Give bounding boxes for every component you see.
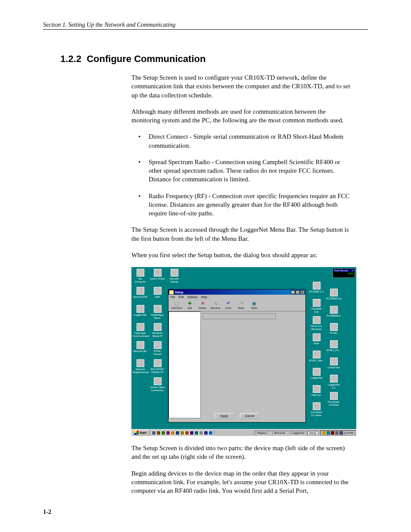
desktop-icon[interactable]: PC208W3.1a: [326, 289, 341, 300]
setup-titlebar[interactable]: Setup _ □ ✕: [168, 289, 305, 295]
desktop-icon[interactable]: RTMC Faucet: [150, 341, 165, 355]
quick-launch-icon[interactable]: [180, 431, 184, 435]
taskbar-task[interactable]: Setup: [307, 431, 318, 435]
toolbar-button[interactable]: ✕Delete: [196, 300, 209, 309]
desktop-icon[interactable]: Windows Media Pl: [150, 323, 165, 337]
section-title: Configure Communication: [87, 53, 206, 64]
toolbar-button[interactable]: ↷Redo: [235, 300, 248, 309]
desktop-icon[interactable]: RTMC_Flu...: [326, 340, 341, 352]
clock-time: 00:00: [333, 272, 354, 275]
desktop-icon[interactable]: Recycle Bin: [133, 341, 148, 353]
menu-help[interactable]: Help: [201, 296, 207, 299]
taskbar-task[interactable]: Microsoft...: [272, 431, 289, 435]
desktop-icon[interactable]: Short Cut Windows: [309, 316, 324, 330]
quick-launch-icon[interactable]: [185, 431, 189, 435]
toolbar-icon: ✕: [199, 300, 206, 306]
desktop-icon-label: PondView 3.1 Mobx: [309, 411, 324, 417]
toolbar-button[interactable]: ◉Tasks: [248, 300, 261, 309]
desktop-icon-glyph: [154, 269, 162, 277]
system-tray: 2:24 PM: [320, 430, 355, 436]
embedded-screenshot: Timex Remote ✕ 00:00 My Computerbeyond.E…: [131, 267, 356, 436]
desktop-icon[interactable]: Netscape Communicator: [133, 323, 148, 337]
paragraph: Begin adding devices to the device map i…: [131, 469, 351, 495]
desktop-icon-label: Network Neighborhood: [133, 368, 148, 373]
tray-icon[interactable]: [331, 431, 334, 435]
tabs-area[interactable]: [202, 313, 276, 319]
desktop-icon[interactable]: User's Guide: [150, 269, 165, 280]
quick-launch-icon[interactable]: [190, 431, 194, 435]
menu-options[interactable]: Options: [187, 296, 197, 299]
quick-launch-icon[interactable]: [152, 431, 156, 435]
desktop-icon[interactable]: PondView 3.1 Mobx: [309, 402, 324, 417]
desktop-icon[interactable]: My Computer: [133, 269, 148, 283]
taskbar-clock[interactable]: 2:24 PM: [344, 432, 353, 434]
toolbar-button[interactable]: ⬚Add Root: [170, 300, 183, 309]
quick-launch-icon[interactable]: [156, 431, 161, 435]
clock-close-icon[interactable]: ✕: [352, 269, 354, 272]
desktop-icon-label: My Computer: [133, 277, 148, 283]
toolbar-icon: ⬚: [173, 300, 180, 306]
desktop-icon-label: PC208W 3.1: [309, 290, 324, 293]
quick-launch-icon[interactable]: [171, 431, 175, 435]
desktop-icon[interactable]: LoggerNet: [309, 368, 324, 380]
desktop-icon[interactable]: LoggerTalk: [133, 305, 148, 317]
desktop-icon-glyph: [313, 299, 321, 307]
maximize-button[interactable]: □: [296, 290, 300, 294]
desktop-icon-glyph: [137, 269, 144, 277]
taskbar: Start Pegasus... Microsoft... LoggerNet …: [131, 429, 356, 436]
toolbar-label: Undo: [222, 307, 235, 309]
desktop-icon[interactable]: PC208W 3.1: [309, 282, 324, 293]
desktop-icon[interactable]: POND: [326, 323, 341, 335]
quick-launch-icon[interactable]: [161, 431, 165, 435]
quick-launch-icon[interactable]: [194, 431, 199, 435]
start-button[interactable]: Start: [132, 430, 149, 436]
desktop-icon[interactable]: PakCom: [309, 385, 324, 397]
taskbar-task[interactable]: Pegasus...: [255, 431, 271, 435]
desktop-icon[interactable]: Direct Cable Connection: [150, 377, 165, 392]
quick-launch-icon[interactable]: [209, 431, 213, 435]
desktop-icon-glyph: [313, 351, 321, 358]
close-button[interactable]: ✕: [300, 290, 305, 294]
quick-launch-icon[interactable]: [204, 431, 208, 435]
desktop-icon[interactable]: calls: [150, 287, 165, 299]
tray-icon[interactable]: [335, 431, 339, 435]
desktop-icon[interactable]: RealPlayer Basic: [150, 305, 165, 319]
taskbar-task[interactable]: LoggerNet: [290, 431, 306, 435]
desktop-icon[interactable]: Network Neighborhood: [133, 359, 148, 373]
desktop-icon-glyph: [154, 341, 162, 349]
tray-icon[interactable]: [327, 431, 330, 435]
desktop-icon[interactable]: Rule: [309, 333, 324, 345]
desktop-icon-glyph: [154, 287, 162, 295]
tray-icon[interactable]: [339, 431, 343, 435]
desktop-icon[interactable]: RTMC_Dev...: [309, 351, 324, 362]
desktop-icon-label: LoggerNet 2.1: [326, 383, 341, 389]
toolbar-icon: ↷: [238, 300, 245, 306]
menu-edit[interactable]: Edit: [178, 296, 184, 299]
desktop-icon-glyph: [313, 316, 321, 324]
toolbar-button[interactable]: ➘Rename: [209, 300, 222, 309]
toolbar-button[interactable]: ↶Undo: [222, 300, 235, 309]
quick-launch-icon[interactable]: [166, 431, 170, 435]
cancel-button[interactable]: Cancel: [240, 413, 259, 419]
toolbar-label: Redo: [235, 307, 248, 309]
tray-icon[interactable]: [322, 431, 326, 435]
desktop-icon-glyph: [313, 402, 321, 410]
minimize-button[interactable]: _: [291, 290, 295, 294]
desktop-icon[interactable]: PC208W3.0: [326, 306, 341, 317]
menu-file[interactable]: File: [170, 296, 175, 299]
desktop-icon[interactable]: Remote Debug: [167, 269, 182, 283]
quick-launch-icon[interactable]: [175, 431, 180, 435]
page-number: 1-2: [43, 509, 51, 516]
desktop-icon[interactable]: Coedit.exe: [326, 358, 341, 369]
desktop-icon-glyph: [137, 323, 144, 331]
apply-button[interactable]: Apply: [215, 413, 234, 419]
toolbar-button[interactable]: ✚Add: [183, 300, 196, 309]
desktop-icon[interactable]: beyond.EXE: [133, 287, 148, 299]
desktop-icon[interactable]: LoggerNet 2.1: [326, 375, 341, 389]
desktop-icon[interactable]: PondView 4.0 Real: [326, 392, 341, 406]
desktop-icon[interactable]: PC208W 3.01: [309, 299, 324, 313]
desktop-icon[interactable]: BLD RTMC DEVELOP: [150, 359, 165, 373]
quick-launch-icon[interactable]: [199, 431, 203, 435]
device-map-panel[interactable]: [168, 311, 201, 418]
toolbar-label: Rename: [209, 307, 222, 309]
